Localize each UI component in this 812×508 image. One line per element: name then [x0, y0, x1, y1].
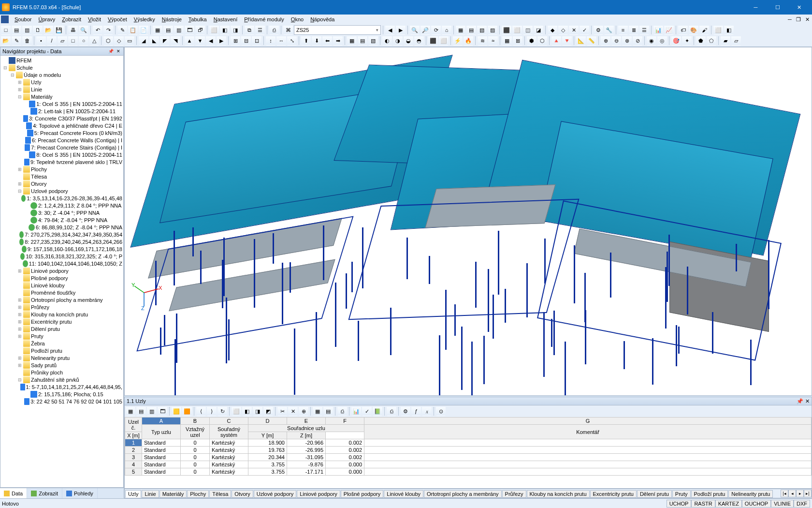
- tree-node[interactable]: Žebra: [1, 340, 122, 347]
- col-header-souradny[interactable]: Souřadný systém: [210, 425, 248, 439]
- table-row[interactable]: 5Standard0Kartézský3.755-17.1710.000: [125, 468, 812, 476]
- mdi-minimize-icon[interactable]: ─: [786, 15, 794, 23]
- toolbar-button[interactable]: ⟳: [431, 25, 441, 35]
- toolbar-button[interactable]: ◣: [149, 36, 159, 45]
- tree-node[interactable]: Pruty: [1, 332, 122, 340]
- toolbar-button[interactable]: ▨: [488, 25, 497, 35]
- tree-support[interactable]: 3: 30; Z -4.04 °; PPP NNA: [1, 209, 122, 216]
- toolbar-button[interactable]: ⬜: [232, 406, 241, 416]
- toolbar-button[interactable]: 🔎: [420, 25, 430, 35]
- table-tab[interactable]: Nelinearity prutu: [728, 490, 773, 498]
- model-viewport[interactable]: X Y Z: [124, 47, 812, 396]
- toolbar-button[interactable]: ◨: [231, 25, 240, 35]
- table-grid[interactable]: Uzel č. A B C D E F G Typ uzlu Vztažný u…: [124, 417, 812, 489]
- toolbar-button[interactable]: ▤: [466, 25, 476, 35]
- tree-model[interactable]: Schule: [1, 64, 122, 71]
- toolbar-button[interactable]: ⧉: [245, 25, 254, 35]
- toolbar-button[interactable]: ≈: [488, 36, 498, 45]
- toolbar-button[interactable]: ⌂: [442, 25, 451, 35]
- toolbar-button[interactable]: ◧: [242, 406, 252, 416]
- tree-node[interactable]: Plochy: [1, 165, 122, 173]
- toolbar-button[interactable]: ✓: [362, 406, 372, 416]
- menu-soubor[interactable]: Soubor: [12, 15, 34, 23]
- toolbar-button[interactable]: ▦: [456, 25, 465, 35]
- toolbar-button[interactable]: ⟨: [196, 406, 206, 416]
- toolbar-button[interactable]: □: [1, 25, 11, 35]
- toolbar-button[interactable]: ◒: [404, 36, 413, 45]
- table-tab[interactable]: Ortotropní plochy a membrány: [424, 490, 502, 498]
- status-toggle[interactable]: DXF: [794, 500, 810, 508]
- toolbar-button[interactable]: 🖶: [68, 25, 78, 35]
- minimize-button[interactable]: ─: [745, 0, 767, 15]
- menu-nástroje[interactable]: Nástroje: [159, 15, 185, 23]
- status-toggle[interactable]: OUCHOP: [742, 500, 771, 508]
- toolbar-button[interactable]: ➡: [333, 36, 343, 45]
- col-header-uzel[interactable]: Uzel č.: [125, 418, 142, 432]
- tree-support[interactable]: 9: 157,158,160-166,169,171,172,186,18: [1, 245, 122, 253]
- toolbar-button[interactable]: ◧: [724, 25, 734, 35]
- toolbar-button[interactable]: ✕: [288, 406, 298, 416]
- toolbar-button[interactable]: ▤: [323, 406, 333, 416]
- col-header-komentar[interactable]: Komentář: [364, 425, 812, 439]
- toolbar-button[interactable]: ◇: [114, 36, 124, 45]
- tree-material[interactable]: 6: Precast Concrete Walls (Contiga) | I: [1, 136, 122, 144]
- toolbar-button[interactable]: 𝑥: [422, 406, 432, 416]
- toolbar-button[interactable]: ⊕: [299, 406, 308, 416]
- col-header-souradnice[interactable]: Souřadnice uzlu: [248, 425, 364, 432]
- status-toggle[interactable]: UCHOP: [667, 500, 692, 508]
- table-row[interactable]: 4Standard0Kartézský3.755-9.8760.000: [125, 461, 812, 468]
- toolbar-button[interactable]: ≣: [629, 25, 638, 35]
- toolbar-button[interactable]: ⬡: [537, 36, 547, 45]
- tree-node[interactable]: Tělesa: [1, 173, 122, 180]
- toolbar-button[interactable]: 🗑: [22, 36, 32, 45]
- menu-nastavení[interactable]: Nastavení: [211, 15, 241, 23]
- col-header-x[interactable]: X [m]: [125, 432, 142, 439]
- toolbar-button[interactable]: ⎙: [337, 406, 347, 416]
- tree-material[interactable]: 3: Concrete C30/37 Plasstřpt | EN 1992: [1, 115, 122, 122]
- navigator-tab-pohledy[interactable]: Pohledy: [62, 488, 98, 498]
- toolbar-button[interactable]: ▱: [58, 36, 67, 45]
- tree-material[interactable]: 5: Precast Concrete Floors (0 kN/m3): [1, 129, 122, 136]
- toolbar-button[interactable]: ◓: [414, 36, 424, 45]
- table-tab[interactable]: Pruty: [672, 490, 691, 498]
- toolbar-button[interactable]: ƒ: [411, 406, 421, 416]
- toolbar-button[interactable]: ↻: [218, 406, 227, 416]
- toolbar-button[interactable]: 🎯: [671, 36, 681, 45]
- tree-node[interactable]: Linie: [1, 86, 122, 93]
- toolbar-button[interactable]: 🏷: [678, 25, 688, 35]
- tree-node[interactable]: Ortotropní plochy a membrány: [1, 296, 122, 303]
- toolbar-button[interactable]: ⬛: [428, 36, 438, 45]
- toolbar-button[interactable]: 💾: [54, 25, 64, 35]
- toolbar-button[interactable]: 📊: [351, 406, 361, 416]
- toolbar-button[interactable]: ⬜: [439, 36, 449, 45]
- tree-material[interactable]: 7: Precast Concrete Stairs (Contiga) | I: [1, 144, 122, 151]
- toolbar-button[interactable]: ✕: [569, 25, 579, 35]
- toolbar-button[interactable]: 🗔: [185, 25, 194, 35]
- tree-node[interactable]: Dělení prutu: [1, 325, 122, 332]
- tree-node[interactable]: Nelinearity prutu: [1, 354, 122, 361]
- table-tab[interactable]: Uzlové podpory: [254, 490, 296, 498]
- toolbar-button[interactable]: 🗗: [195, 25, 205, 35]
- toolbar-button[interactable]: ⚙: [594, 25, 603, 35]
- toolbar-button[interactable]: ▶: [396, 25, 406, 35]
- toolbar-button[interactable]: ◆: [548, 25, 557, 35]
- table-tab[interactable]: Materiály: [160, 490, 187, 498]
- toolbar-button[interactable]: ▤: [12, 25, 21, 35]
- navigator-tab-zobrazit[interactable]: Zobrazit: [27, 488, 62, 498]
- toolbar-button[interactable]: ☰: [255, 25, 265, 35]
- toolbar-button[interactable]: ☰: [639, 25, 649, 35]
- toolbar-button[interactable]: •: [36, 36, 46, 45]
- toolbar-button[interactable]: ◧: [220, 25, 230, 35]
- table-tab[interactable]: Klouby na koncích prutu: [527, 490, 590, 498]
- menu-nápověda[interactable]: Nápověda: [307, 15, 337, 23]
- toolbar-button[interactable]: ▥: [22, 25, 32, 35]
- toolbar-button[interactable]: ▭: [125, 36, 134, 45]
- toolbar-button[interactable]: ⚡: [453, 36, 463, 45]
- tree-node[interactable]: Uzly: [1, 78, 122, 86]
- col-header-B[interactable]: B: [181, 418, 210, 425]
- toolbar-button[interactable]: 🗋: [33, 25, 43, 35]
- tree-refinement[interactable]: 3: 22 42 50 51 74 76 92 02 04 101 105: [1, 398, 122, 405]
- toolbar-button[interactable]: 🔧: [604, 25, 614, 35]
- table-tab[interactable]: Excentricity prutu: [590, 490, 637, 498]
- tree-node[interactable]: Plošné podpory: [1, 274, 122, 282]
